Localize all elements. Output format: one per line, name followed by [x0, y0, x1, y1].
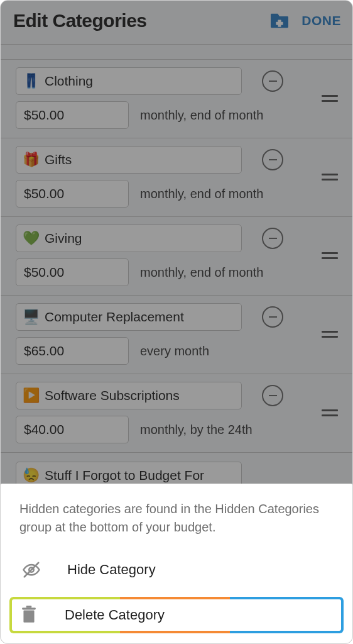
category-action-sheet: Hidden categories are found in the Hidde… — [1, 484, 352, 643]
trash-icon — [18, 606, 40, 625]
hide-category-action[interactable]: Hide Category — [9, 552, 344, 588]
sheet-actions: Hide Category Delete Category — [1, 543, 352, 643]
svg-rect-5 — [22, 608, 35, 609]
sheet-hint-text: Hidden categories are found in the Hidde… — [1, 484, 352, 543]
edit-categories-screen: Edit Categories DONE 👖 C — [0, 0, 353, 644]
delete-category-action[interactable]: Delete Category — [9, 597, 344, 633]
hide-icon — [21, 560, 42, 579]
svg-rect-6 — [26, 606, 32, 608]
hide-category-label: Hide Category — [67, 562, 156, 578]
delete-category-label: Delete Category — [65, 607, 165, 623]
svg-rect-4 — [23, 611, 34, 623]
